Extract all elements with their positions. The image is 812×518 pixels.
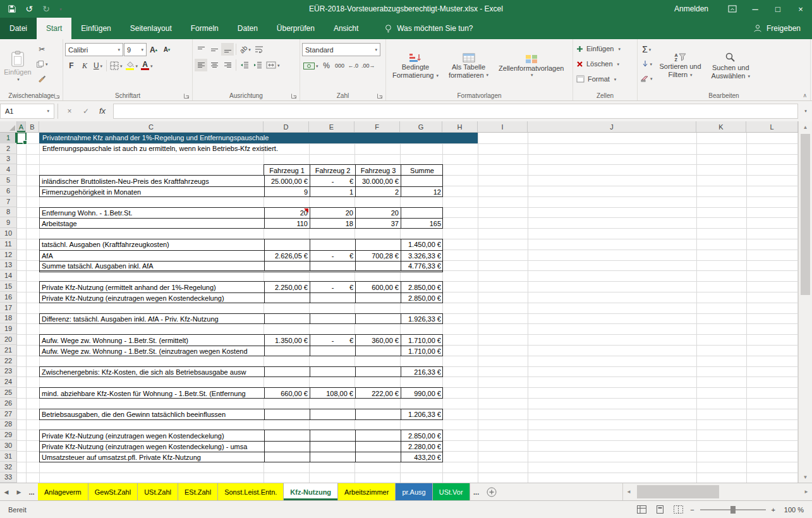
cell-F11[interactable] (355, 239, 401, 250)
sort-filter-button[interactable]: AZ Sortieren und Filtern▾ (655, 41, 706, 90)
cell-G21[interactable]: 1.710,00 € (401, 346, 443, 356)
wrap-text-button[interactable] (253, 43, 265, 56)
row-header-31[interactable]: 31 (0, 451, 17, 462)
banner-cell[interactable]: Privatentnahme Kfz anhand der 1%-Regelun… (39, 133, 478, 143)
cell-E5[interactable]: - € (310, 176, 355, 186)
number-format-select[interactable]: Standard▾ (302, 43, 380, 56)
cell-G20[interactable]: 1.710,00 € (401, 335, 443, 346)
vertical-scrollbar[interactable]: ▲ ▼ (798, 121, 812, 483)
underline-button[interactable]: U▾ (92, 59, 104, 72)
column-header-E[interactable]: E (309, 121, 354, 132)
cell-E12[interactable]: - € (310, 250, 355, 261)
cell-E16[interactable] (310, 292, 355, 303)
cell-F9[interactable]: 37 (355, 218, 401, 229)
maximize-button[interactable]: □ (767, 0, 789, 18)
sign-in-button[interactable]: Anmelden (662, 4, 721, 13)
cell-D15[interactable]: 2.250,00 € (264, 282, 310, 292)
formula-bar-expand-icon[interactable]: ▾ (798, 104, 812, 119)
row-header-14[interactable]: 14 (0, 270, 17, 281)
column-header-D[interactable]: D (264, 121, 309, 132)
column-header-C[interactable]: C (39, 121, 264, 132)
align-right-button[interactable] (221, 59, 234, 71)
align-center-button[interactable] (208, 59, 221, 71)
column-header-I[interactable]: I (478, 121, 528, 132)
cell-F30[interactable] (355, 441, 401, 452)
cell-F18[interactable] (355, 314, 401, 325)
cell-C12[interactable]: AfA (40, 250, 264, 261)
horizontal-scroll-track[interactable] (634, 483, 801, 500)
zoom-slider-thumb[interactable] (730, 506, 736, 514)
cell-C6[interactable]: Firmenzugehörigkeit in Monaten (40, 186, 264, 197)
font-color-button[interactable]: A ▾ (140, 59, 154, 72)
cell-E11[interactable] (310, 239, 355, 250)
format-cells-button[interactable]: Format▾ (575, 73, 635, 85)
cell-F12[interactable]: 700,28 € (355, 250, 401, 261)
merge-center-button[interactable]: ▾ (265, 59, 281, 71)
cell-C29[interactable]: Private Kfz-Nutzung (einzutragen wegen K… (40, 430, 264, 441)
row-header-11[interactable]: 11 (0, 239, 17, 250)
italic-button[interactable]: K (78, 59, 91, 72)
sheet-tab-GewSt.Zahl[interactable]: GewSt.Zahl (88, 483, 138, 500)
align-bottom-button[interactable] (221, 43, 234, 56)
cell-F16[interactable] (355, 292, 401, 303)
cell-G30[interactable]: 2.280,00 € (401, 441, 443, 452)
tab-ansicht[interactable]: Ansicht (324, 18, 368, 39)
scroll-up-icon[interactable]: ▲ (799, 121, 812, 133)
cell-G13[interactable]: 4.776,33 € (401, 261, 443, 272)
cell-C20[interactable]: Aufw. Wege zw. Wohnung - 1.Betr.St. (erm… (40, 335, 264, 346)
row-header-10[interactable]: 10 (0, 228, 17, 239)
cell-F15[interactable]: 600,00 € (355, 282, 401, 292)
row-header-6[interactable]: 6 (0, 186, 17, 196)
cell-D27[interactable] (264, 409, 310, 420)
cell-E4[interactable]: Fahrzeug 2 (310, 165, 355, 176)
find-select-button[interactable]: Suchen und Auswählen▾ (707, 41, 754, 90)
cell-F13[interactable] (355, 261, 401, 272)
zoom-level[interactable]: 100 % (781, 506, 804, 514)
cell-styles-button[interactable]: Zellenformatvorlagen ▾ (494, 41, 568, 90)
row-header-7[interactable]: 7 (0, 196, 17, 207)
cell-C25[interactable]: mind. abziehbare Kfz-Kosten für Wohnung … (40, 388, 264, 399)
enter-icon[interactable]: ✓ (78, 104, 94, 119)
increase-indent-button[interactable] (251, 59, 264, 71)
cell-C8[interactable]: Entfernung Wohn. - 1.Betr.St. (40, 208, 264, 219)
column-header-H[interactable]: H (442, 121, 478, 132)
sheet-overflow-left[interactable]: ... (25, 483, 38, 500)
vertical-scroll-thumb[interactable] (801, 134, 810, 295)
row-header-28[interactable]: 28 (0, 419, 17, 430)
cell-E20[interactable]: - € (310, 335, 355, 346)
cell-G9[interactable]: 165 (401, 218, 443, 229)
cell-G5[interactable] (401, 176, 443, 186)
sheet-overflow-right[interactable]: ... (470, 483, 483, 500)
redo-icon[interactable]: ↻ (38, 1, 54, 16)
cell-C5[interactable]: inländischer Bruttolisten-Neu-Preis des … (40, 176, 264, 186)
row-header-20[interactable]: 20 (0, 334, 17, 345)
row-header-23[interactable]: 23 (0, 366, 17, 377)
align-middle-button[interactable] (208, 43, 221, 56)
column-header-F[interactable]: F (354, 121, 400, 132)
increase-decimal-button[interactable]: ←.0 (347, 59, 360, 72)
note-cell[interactable]: Entfernungspauschale ist auch zu ermitte… (39, 143, 278, 154)
tab-start[interactable]: Start (37, 18, 71, 39)
row-header-12[interactable]: 12 (0, 250, 17, 260)
sheet-tab-Arbeitszimmer[interactable]: Arbeitszimmer (338, 483, 396, 500)
format-as-table-button[interactable]: Als Tabelle formatieren▾ (444, 41, 493, 90)
clear-button[interactable]: ▾ (639, 72, 654, 85)
cell-C11[interactable]: tatsächl. Ausgaben (Kraftfahrzeugkosten) (40, 239, 264, 250)
cell-D29[interactable] (264, 430, 310, 441)
cell-C16[interactable]: Private Kfz-Nutzung (einzutragen wegen K… (40, 292, 264, 303)
cell-G27[interactable]: 1.206,33 € (401, 409, 443, 420)
cell-E15[interactable]: - € (310, 282, 355, 292)
sheet-nav-left-icon[interactable]: ◀ (0, 483, 13, 500)
dialog-launcher-icon[interactable] (377, 93, 383, 99)
column-header-G[interactable]: G (400, 121, 442, 132)
ribbon-display-options-icon[interactable] (721, 0, 744, 18)
row-header-24[interactable]: 24 (0, 376, 17, 387)
sheet-tab-Anlageverm[interactable]: Anlageverm (38, 483, 88, 500)
row-header-15[interactable]: 15 (0, 281, 17, 292)
cell-F8[interactable]: 20 (355, 208, 401, 219)
cell-G31[interactable]: 433,20 € (401, 452, 443, 462)
cell-E21[interactable] (310, 346, 355, 356)
formula-input[interactable] (113, 104, 798, 119)
active-cell-A1[interactable] (16, 133, 27, 144)
row-header-13[interactable]: 13 (0, 260, 17, 271)
